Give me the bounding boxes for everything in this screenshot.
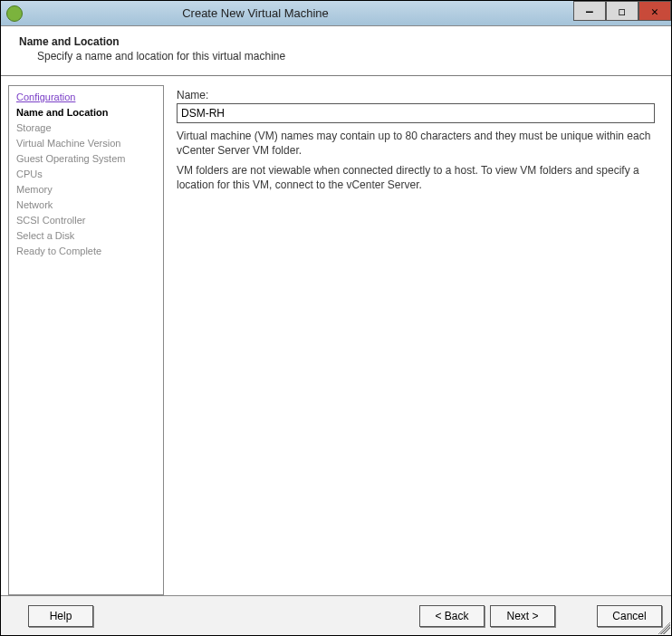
step-select-disk: Select a Disk — [16, 228, 156, 244]
cancel-button[interactable]: Cancel — [597, 605, 662, 627]
main-panel: Name: Virtual machine (VM) names may con… — [164, 85, 671, 595]
wizard-header: Name and Location Specify a name and loc… — [1, 26, 671, 76]
resize-grip-icon[interactable] — [658, 622, 670, 634]
window-title: Create New Virtual Machine — [28, 6, 573, 20]
step-configuration[interactable]: Configuration — [16, 90, 156, 105]
wizard-steps-sidebar: Configuration Name and Location Storage … — [8, 85, 164, 595]
step-storage: Storage — [16, 120, 156, 136]
step-guest-os: Guest Operating System — [16, 151, 156, 167]
window-controls: — ◻ ✕ — [573, 1, 671, 25]
wizard-footer: Help < Back Next > Cancel — [1, 595, 671, 635]
close-button[interactable]: ✕ — [638, 1, 671, 21]
step-scsi-controller: SCSI Controller — [16, 213, 156, 228]
info-line-2: VM folders are not viewable when connect… — [177, 163, 655, 192]
minimize-button[interactable]: — — [573, 1, 606, 21]
wizard-window: Create New Virtual Machine — ◻ ✕ Name an… — [0, 0, 672, 636]
step-title: Name and Location — [19, 35, 653, 48]
back-button[interactable]: < Back — [419, 605, 485, 627]
info-text: Virtual machine (VM) names may contain u… — [177, 129, 655, 192]
step-vm-version: Virtual Machine Version — [16, 136, 156, 151]
titlebar: Create New Virtual Machine — ◻ ✕ — [1, 1, 671, 26]
step-ready-complete: Ready to Complete — [16, 244, 156, 259]
step-name-and-location: Name and Location — [16, 105, 156, 120]
app-icon — [6, 5, 23, 22]
step-cpus: CPUs — [16, 167, 156, 182]
help-button[interactable]: Help — [28, 605, 93, 627]
next-button[interactable]: Next > — [490, 605, 555, 627]
maximize-button[interactable]: ◻ — [606, 1, 638, 21]
vm-name-input[interactable] — [177, 103, 655, 123]
info-line-1: Virtual machine (VM) names may contain u… — [177, 129, 655, 158]
step-description: Specify a name and location for this vir… — [37, 50, 653, 63]
step-network: Network — [16, 198, 156, 213]
name-label: Name: — [177, 89, 655, 101]
wizard-body: Configuration Name and Location Storage … — [1, 76, 671, 595]
step-memory: Memory — [16, 182, 156, 198]
